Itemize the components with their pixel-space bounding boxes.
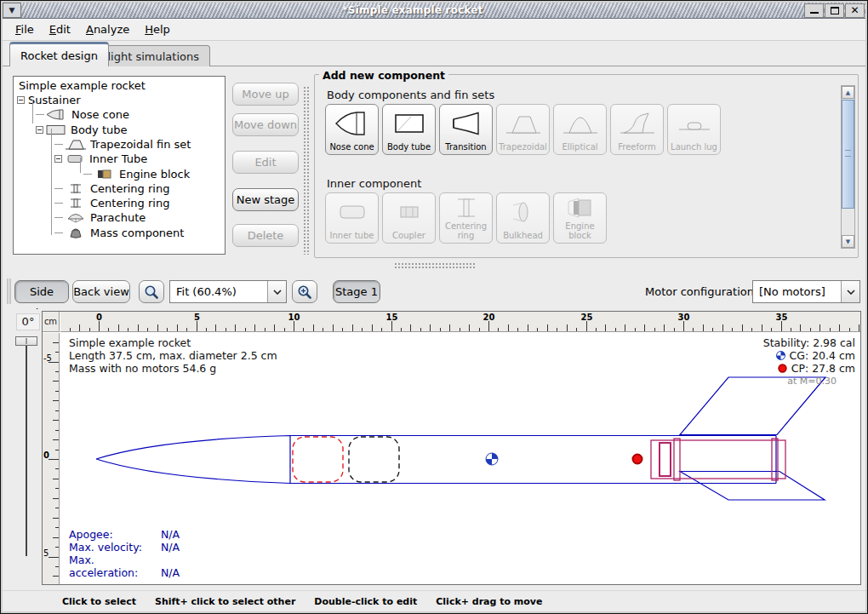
tree-item-centering-ring[interactable]: Centering ring bbox=[54, 196, 169, 210]
chevron-down-icon bbox=[847, 290, 855, 295]
new-stage-button[interactable]: New stage bbox=[232, 188, 299, 211]
motor-configuration-combo[interactable]: [No motors] bbox=[752, 280, 860, 303]
launch-lug-icon bbox=[676, 105, 713, 143]
move-up-button[interactable]: Move up bbox=[232, 83, 299, 106]
component-button-label: Body tube bbox=[387, 143, 431, 152]
add-launch-lug-button[interactable]: Launch lug bbox=[667, 104, 721, 155]
close-icon: ✕ bbox=[850, 6, 859, 14]
window-menu-button[interactable]: ▼ bbox=[3, 3, 21, 18]
flight-data-value: N/A bbox=[161, 528, 180, 541]
vertical-splitter[interactable] bbox=[303, 86, 310, 255]
tree-item-body-tube[interactable]: Body tube bbox=[36, 123, 128, 137]
delete-button[interactable]: Delete bbox=[232, 224, 299, 247]
centering-ring-rear bbox=[772, 439, 778, 480]
add-centering-ring-button[interactable]: Centering ring bbox=[439, 192, 493, 244]
flight-data-label: Apogee: bbox=[69, 528, 161, 541]
add-component-panel: ▲ ▼ Body components and fin setsNose con… bbox=[314, 74, 859, 258]
tree-item-trapezoidal-fin-set[interactable]: Trapezoidal fin set bbox=[54, 137, 191, 152]
tab-label: Rocket design bbox=[20, 49, 98, 62]
horizontal-splitter[interactable] bbox=[394, 262, 476, 270]
rocket-info-text: Simple example rocketLength 37.5 cm, max… bbox=[69, 336, 277, 375]
figure-frame: cm 05101520253035 -505 bbox=[42, 311, 861, 585]
cg-value: CG: 20.4 cm bbox=[790, 349, 855, 362]
zoom-combo-arrow[interactable] bbox=[267, 281, 286, 302]
component-button-label: Coupler bbox=[392, 232, 425, 241]
tree-item-centering-ring[interactable]: Centering ring bbox=[54, 181, 169, 196]
move-down-button[interactable]: Move down bbox=[232, 113, 299, 136]
menubar: FileEditAnalyzeHelp bbox=[3, 19, 865, 41]
menu-file[interactable]: File bbox=[8, 20, 42, 38]
add-body-tube-button[interactable]: Body tube bbox=[382, 104, 436, 155]
stage-toggle-button[interactable]: Stage 1 bbox=[333, 280, 380, 303]
parachute-outline bbox=[293, 437, 343, 482]
rotation-slider-track[interactable] bbox=[26, 341, 27, 556]
inner-tube-icon bbox=[334, 193, 371, 232]
svg-text:0: 0 bbox=[96, 313, 102, 322]
minimize-button[interactable] bbox=[804, 3, 824, 18]
add-engine-block-button[interactable]: Engine block bbox=[553, 192, 607, 244]
component-scrollbar[interactable]: ▲ ▼ bbox=[841, 85, 855, 249]
tree-item-engine-block[interactable]: Engine block bbox=[83, 167, 190, 181]
status-hint: Click+ drag to move bbox=[436, 596, 542, 607]
collapse-icon[interactable] bbox=[36, 126, 43, 134]
scroll-down-icon[interactable]: ▼ bbox=[842, 235, 854, 248]
mach-condition: at M=0.30 bbox=[763, 375, 855, 387]
chevron-down-icon bbox=[273, 290, 282, 295]
menu-analyze[interactable]: Analyze bbox=[78, 20, 137, 38]
add-nose-cone-button[interactable]: Nose cone bbox=[325, 104, 379, 155]
back-view-button[interactable]: Back view bbox=[72, 280, 130, 303]
component-button-label: Centering ring bbox=[445, 222, 487, 240]
inner-tube-assembly bbox=[651, 439, 785, 480]
add-inner-tube-button[interactable]: Inner tube bbox=[325, 192, 379, 244]
scrollbar-thumb[interactable] bbox=[842, 100, 854, 209]
component-button-label: Elliptical bbox=[562, 143, 597, 152]
toolbar-grip[interactable] bbox=[7, 278, 11, 304]
status-hint: Shift+ click to select other bbox=[155, 596, 295, 607]
tab-rocket-design[interactable]: Rocket design bbox=[9, 42, 109, 66]
tree-item-mass-component[interactable]: Mass component bbox=[54, 226, 184, 240]
tree-guide-stub bbox=[54, 144, 63, 145]
add-trapezoidal-button[interactable]: Trapezoidal bbox=[496, 104, 550, 155]
rocket-canvas[interactable]: Simple example rocketLength 37.5 cm, max… bbox=[60, 333, 860, 584]
maximize-button[interactable] bbox=[825, 3, 844, 18]
component-button-row: Nose coneBody tubeTransitionTrapezoidalE… bbox=[325, 104, 721, 155]
zoom-in-button[interactable] bbox=[292, 280, 317, 303]
zoom-out-button[interactable] bbox=[139, 280, 164, 303]
tree-item-parachute[interactable]: Parachute bbox=[54, 210, 146, 225]
flight-data-value: N/A bbox=[161, 566, 180, 579]
magnifier-icon bbox=[144, 284, 159, 300]
menu-help[interactable]: Help bbox=[137, 20, 178, 38]
engine-block-icon bbox=[562, 193, 599, 222]
component-button-label: Freeform bbox=[618, 143, 656, 152]
motor-combo-arrow[interactable] bbox=[841, 281, 859, 302]
side-view-button[interactable]: Side view bbox=[14, 280, 69, 303]
edit-button[interactable]: Edit bbox=[232, 151, 299, 174]
tree-item-root[interactable]: Simple example rocket bbox=[15, 78, 146, 93]
add-coupler-button[interactable]: Coupler bbox=[382, 192, 436, 244]
rotation-slider-handle[interactable] bbox=[15, 336, 37, 346]
rocket-info-line: Simple example rocket bbox=[69, 336, 277, 349]
tree-item-inner-tube[interactable]: Inner Tube bbox=[54, 152, 147, 166]
menu-edit[interactable]: Edit bbox=[42, 20, 78, 38]
app-window: ▼ *Simple example rocket ✕ FileEditAnaly… bbox=[0, 0, 868, 614]
component-button-label: Trapezoidal bbox=[499, 143, 547, 152]
add-elliptical-button[interactable]: Elliptical bbox=[553, 104, 607, 155]
collapse-icon[interactable] bbox=[17, 96, 25, 104]
collapse-icon[interactable] bbox=[54, 155, 62, 163]
add-transition-button[interactable]: Transition bbox=[439, 104, 493, 155]
close-button[interactable]: ✕ bbox=[845, 3, 865, 18]
tree-item-nose-cone[interactable]: Nose cone bbox=[36, 107, 129, 122]
tree-guide-stub bbox=[83, 174, 92, 175]
zoom-combo[interactable]: Fit (60.4%) bbox=[169, 280, 287, 303]
freeform-icon bbox=[619, 105, 656, 143]
add-bulkhead-button[interactable]: Bulkhead bbox=[496, 192, 550, 244]
window-title: *Simple example rocket bbox=[21, 3, 804, 18]
nosecone-icon bbox=[46, 109, 68, 120]
tree-item-label: Engine block bbox=[116, 168, 190, 181]
svg-text:20: 20 bbox=[483, 313, 495, 322]
tree-item-sustainer[interactable]: Sustainer bbox=[17, 93, 81, 107]
add-freeform-button[interactable]: Freeform bbox=[610, 104, 664, 155]
parachute-icon bbox=[65, 212, 87, 223]
transition-icon bbox=[448, 105, 485, 143]
scroll-up-icon[interactable]: ▲ bbox=[842, 86, 854, 99]
